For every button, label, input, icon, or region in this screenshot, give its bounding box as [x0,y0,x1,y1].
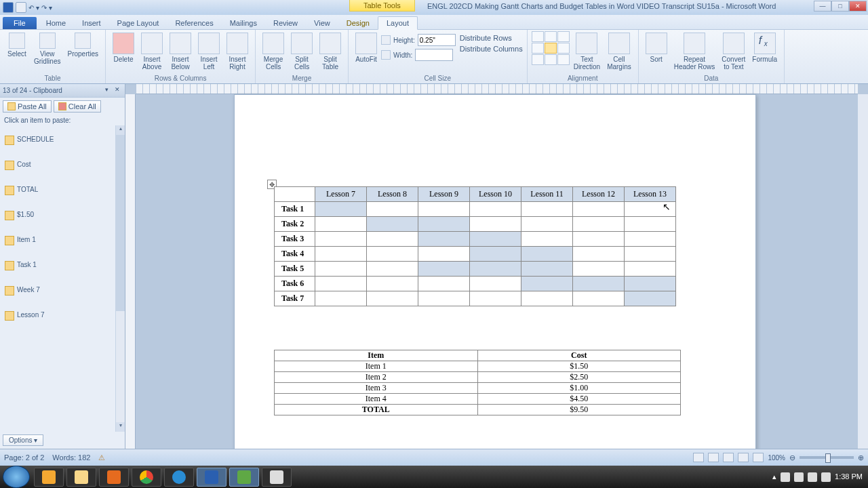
title-bar: ↶ ▾ ↷ ▾ Table Tools ENGL 202CD Making Ga… [0,0,868,15]
budget-table[interactable]: ItemCostItem 1$1.50Item 2$2.50Item 3$1.0… [274,350,681,415]
word-count[interactable]: Words: 182 [52,453,90,462]
clipboard-item[interactable]: Task 1 [1,252,123,277]
maximize-button[interactable]: □ [831,1,849,12]
width-icon [381,50,391,60]
tab-page-layout[interactable]: Page Layout [109,17,167,29]
tray-icon[interactable] [794,472,804,482]
paste-all-button[interactable]: Paste All [3,100,52,113]
save-icon[interactable] [16,2,26,13]
distribute-columns-button[interactable]: Distribute Columns [457,45,523,53]
horizontal-ruler[interactable] [136,84,858,94]
delete-button[interactable]: Delete [110,31,137,64]
clear-all-button[interactable]: Clear All [54,100,101,113]
options-button[interactable]: Options ▾ [3,434,43,446]
text-direction-button[interactable]: Text Direction [571,31,603,72]
view-gridlines-button[interactable]: View Gridlines [31,31,63,66]
taskbar-app[interactable] [262,468,292,487]
clock[interactable]: 1:38 PM [835,472,863,481]
taskbar: ▴ 1:38 PM [0,466,868,488]
properties-button[interactable]: Properties [64,31,101,59]
taskbar-ie[interactable] [164,468,194,487]
outline-view-button[interactable] [738,453,749,462]
contextual-tab-label: Table Tools [349,0,415,12]
autofit-button[interactable]: AutoFit [353,31,380,64]
tab-mailings[interactable]: Mailings [222,17,265,29]
clipboard-item[interactable]: SCHEDULE [1,127,123,152]
full-screen-view-button[interactable] [708,453,719,462]
height-input[interactable] [418,34,456,46]
vertical-ruler[interactable] [125,94,136,449]
clipboard-item[interactable]: Item 1 [1,227,123,252]
tray-icon[interactable] [821,472,831,482]
taskbar-camtasia[interactable] [229,468,259,487]
zoom-level[interactable]: 100% [768,454,785,462]
zoom-slider[interactable] [800,456,854,459]
sort-button[interactable]: Sort [643,31,670,64]
start-button[interactable] [3,466,30,488]
clipboard-item[interactable]: Cost [1,152,123,177]
select-button[interactable]: Select [4,31,30,59]
close-icon[interactable]: ✕ [113,86,122,96]
web-layout-view-button[interactable] [723,453,734,462]
scrollbar[interactable]: ▴▾ [115,125,125,432]
tab-design[interactable]: Design [338,17,378,29]
zoom-in-button[interactable]: ⊕ [858,453,864,462]
tray-icon[interactable] [808,472,817,482]
distribute-rows-button[interactable]: Distribute Rows [457,34,523,42]
clipboard-item[interactable]: Week 7 [1,277,123,302]
split-table-button[interactable]: Split Table [317,31,344,72]
clipboard-item[interactable]: TOTAL [1,177,123,202]
height-icon [381,35,391,45]
undo-icon[interactable]: ↶ ▾ [28,4,39,12]
taskbar-chrome[interactable] [132,468,161,487]
insert-below-button[interactable]: Insert Below [167,31,194,72]
taskbar-explorer[interactable] [66,468,96,487]
insert-right-button[interactable]: Insert Right [224,31,251,72]
tab-view[interactable]: View [306,17,338,29]
alignment-grid[interactable] [532,31,570,65]
vertical-scrollbar[interactable] [858,94,868,449]
document-area: ✥ Lesson 7Lesson 8Lesson 9Lesson 10Lesso… [125,84,868,449]
merge-cells-button[interactable]: Merge Cells [260,31,287,72]
proofing-icon[interactable]: ⚠ [98,453,105,462]
cell-margins-button[interactable]: Cell Margins [604,31,634,72]
qat-dropdown-icon[interactable]: ▾ [49,4,52,12]
tray-icon[interactable] [781,472,790,482]
document-title: ENGL 202CD Making Gantt Charts and Budge… [427,2,776,10]
tab-review[interactable]: Review [265,17,306,29]
print-layout-view-button[interactable] [693,453,704,462]
close-button[interactable]: ✕ [849,1,867,12]
tab-insert[interactable]: Insert [74,17,109,29]
clipboard-list: SCHEDULECostTOTAL$1.50Item 1Task 1Week 7… [0,125,125,432]
show-hidden-icon[interactable]: ▴ [772,472,776,481]
clipboard-hint: Click an item to paste: [0,115,125,125]
split-cells-button[interactable]: Split Cells [288,31,315,72]
width-input[interactable] [415,49,453,61]
tab-references[interactable]: References [167,17,221,29]
paste-icon [7,102,16,110]
clipboard-item[interactable]: Lesson 7 [1,302,123,327]
page-indicator[interactable]: Page: 2 of 2 [4,453,44,462]
dropdown-icon[interactable]: ▾ [102,86,111,96]
formula-button[interactable]: fxFormula [749,31,780,64]
taskbar-word[interactable] [197,468,226,487]
document-page[interactable]: ✥ Lesson 7Lesson 8Lesson 9Lesson 10Lesso… [234,94,756,449]
tab-layout[interactable]: Layout [378,16,418,30]
word-icon [3,2,14,13]
convert-button[interactable]: Convert to Text [719,31,748,72]
taskbar-firefox[interactable] [99,468,129,487]
zoom-out-button[interactable]: ⊖ [789,453,795,462]
height-label: Height: [393,37,415,44]
repeat-header-button[interactable]: Repeat Header Rows [671,31,718,72]
taskbar-media-player[interactable] [34,468,64,487]
minimize-button[interactable]: — [814,1,831,12]
clipboard-item[interactable]: $1.50 [1,202,123,227]
insert-above-button[interactable]: Insert Above [138,31,165,72]
draft-view-button[interactable] [753,453,764,462]
insert-left-button[interactable]: Insert Left [195,31,222,72]
tab-home[interactable]: Home [38,17,74,29]
redo-icon[interactable]: ↷ [41,4,47,12]
gantt-table[interactable]: Lesson 7Lesson 8Lesson 9Lesson 10Lesson … [274,186,676,306]
tab-file[interactable]: File [3,17,37,29]
group-label: Table [4,74,101,83]
